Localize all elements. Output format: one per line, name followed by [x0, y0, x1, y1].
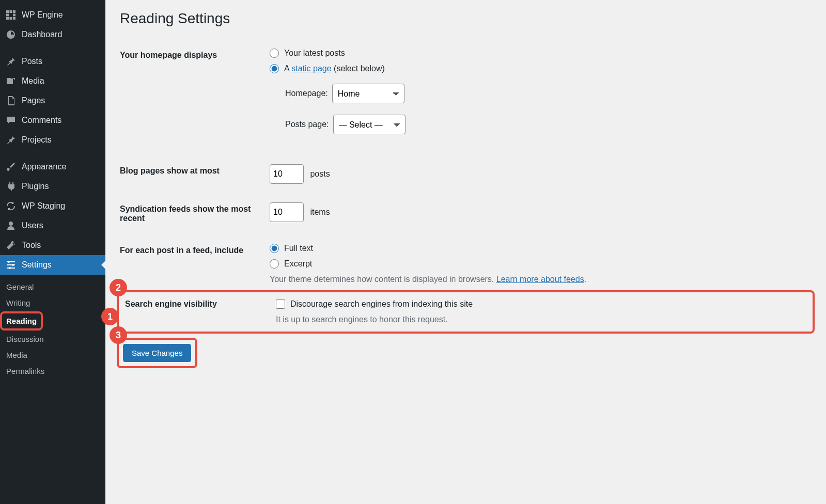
homepage-displays-label: Your homepage displays	[120, 39, 264, 155]
svg-rect-5	[6, 17, 9, 20]
sidebar-item-label: Users	[22, 221, 43, 230]
admin-sidebar: WP Engine Dashboard Posts Media Pages Co…	[0, 0, 105, 504]
settings-submenu: General Writing Reading 1 Discussion Med…	[0, 275, 105, 383]
radio-excerpt[interactable]	[270, 259, 279, 269]
refresh-icon	[5, 200, 17, 212]
sidebar-item-label: Posts	[22, 57, 42, 66]
media-icon	[5, 75, 17, 87]
sidebar-item-dashboard[interactable]: Dashboard	[0, 25, 105, 44]
sev-checkbox-label: Discourage search engines from indexing …	[290, 300, 473, 309]
homepage-select[interactable]: Home	[332, 84, 404, 103]
dashboard-icon	[5, 29, 17, 40]
page-icon	[5, 95, 17, 106]
submenu-media[interactable]: Media	[0, 347, 105, 363]
sidebar-item-appearance[interactable]: Appearance	[0, 157, 105, 177]
radio-full-text-label: Full text	[284, 244, 313, 253]
svg-point-13	[12, 264, 14, 266]
svg-rect-3	[6, 14, 9, 17]
sev-checkbox[interactable]	[276, 300, 285, 309]
comment-icon	[5, 115, 17, 126]
postspage-select-label: Posts page:	[285, 120, 329, 129]
svg-rect-7	[13, 17, 15, 20]
radio-excerpt-label: Excerpt	[284, 259, 312, 269]
annotation-badge-2: 2	[110, 279, 127, 296]
syndication-suffix: items	[310, 208, 330, 216]
radio-static-page[interactable]	[270, 64, 279, 73]
page-title: Reading Settings	[120, 8, 812, 27]
svg-rect-0	[6, 10, 9, 13]
annotation-highlight-reading: Reading	[3, 314, 40, 327]
sidebar-item-label: Pages	[22, 96, 45, 105]
annotation-highlight-sev: 2 Search engine visibility Discourage se…	[120, 293, 812, 330]
sidebar-item-label: Dashboard	[22, 30, 62, 39]
sidebar-item-label: Plugins	[22, 182, 49, 191]
svg-point-8	[9, 222, 13, 226]
sidebar-item-tools[interactable]: Tools	[0, 235, 105, 255]
radio-full-text[interactable]	[270, 244, 279, 253]
radio-latest-posts[interactable]	[270, 49, 279, 58]
blog-pages-label: Blog pages show at most	[120, 155, 264, 193]
sidebar-item-posts[interactable]: Posts	[0, 52, 105, 71]
sidebar-item-media[interactable]: Media	[0, 71, 105, 91]
wpengine-icon	[5, 9, 17, 21]
homepage-select-label: Homepage:	[285, 89, 328, 98]
sidebar-item-pages[interactable]: Pages	[0, 91, 105, 111]
submenu-writing[interactable]: Writing	[0, 295, 105, 311]
submenu-general[interactable]: General	[0, 279, 105, 295]
pin-icon	[5, 134, 17, 146]
annotation-badge-3: 3	[110, 326, 127, 344]
sidebar-item-projects[interactable]: Projects	[0, 130, 105, 150]
wrench-icon	[5, 240, 17, 251]
annotation-highlight-save: 3 Save Changes	[120, 341, 194, 365]
sidebar-item-label: WP Staging	[22, 201, 65, 211]
svg-rect-6	[10, 17, 12, 20]
sidebar-item-label: Appearance	[22, 162, 66, 171]
sev-description: It is up to search engines to honor this…	[276, 315, 801, 324]
sev-label: Search engine visibility	[125, 297, 270, 326]
svg-rect-2	[13, 10, 15, 13]
annotation-badge-1: 1	[101, 308, 119, 325]
radio-static-page-label: A static page (select below)	[284, 64, 385, 73]
sliders-icon	[5, 259, 17, 271]
sidebar-item-label: Tools	[22, 241, 41, 250]
submenu-reading[interactable]: Reading 1	[0, 311, 105, 331]
user-icon	[5, 220, 17, 231]
svg-rect-4	[13, 14, 15, 17]
sidebar-item-plugins[interactable]: Plugins	[0, 177, 105, 196]
sidebar-item-label: Comments	[22, 116, 61, 125]
sidebar-item-label: Settings	[22, 260, 52, 270]
feed-include-label: For each post in a feed, include	[120, 234, 264, 293]
sidebar-item-wpengine[interactable]: WP Engine	[0, 5, 105, 25]
save-changes-button[interactable]: Save Changes	[123, 344, 191, 362]
sidebar-item-label: WP Engine	[22, 10, 63, 20]
sidebar-item-label: Media	[22, 76, 44, 86]
sidebar-item-users[interactable]: Users	[0, 216, 105, 235]
static-page-link[interactable]: static page	[291, 64, 331, 73]
blog-pages-suffix: posts	[310, 169, 330, 178]
content-area: Reading Settings Your homepage displays …	[105, 0, 826, 504]
pin-icon	[5, 56, 17, 67]
learn-more-feeds-link[interactable]: Learn more about feeds	[496, 275, 584, 284]
svg-point-14	[9, 267, 11, 269]
sidebar-item-label: Projects	[22, 135, 52, 145]
syndication-label: Syndication feeds show the most recent	[120, 193, 264, 234]
svg-point-12	[8, 261, 10, 263]
submenu-permalinks[interactable]: Permalinks	[0, 363, 105, 379]
syndication-input[interactable]	[270, 202, 304, 222]
sidebar-item-comments[interactable]: Comments	[0, 111, 105, 130]
svg-rect-1	[10, 10, 12, 13]
postspage-select[interactable]: — Select —	[333, 115, 406, 134]
brush-icon	[5, 161, 17, 172]
feed-description: Your theme determines how content is dis…	[270, 275, 806, 284]
sidebar-item-wpstaging[interactable]: WP Staging	[0, 196, 105, 216]
submenu-discussion[interactable]: Discussion	[0, 331, 105, 347]
radio-latest-posts-label: Your latest posts	[284, 49, 345, 58]
sidebar-item-settings[interactable]: Settings	[0, 255, 105, 275]
plug-icon	[5, 181, 17, 192]
blog-pages-input[interactable]	[270, 164, 304, 184]
